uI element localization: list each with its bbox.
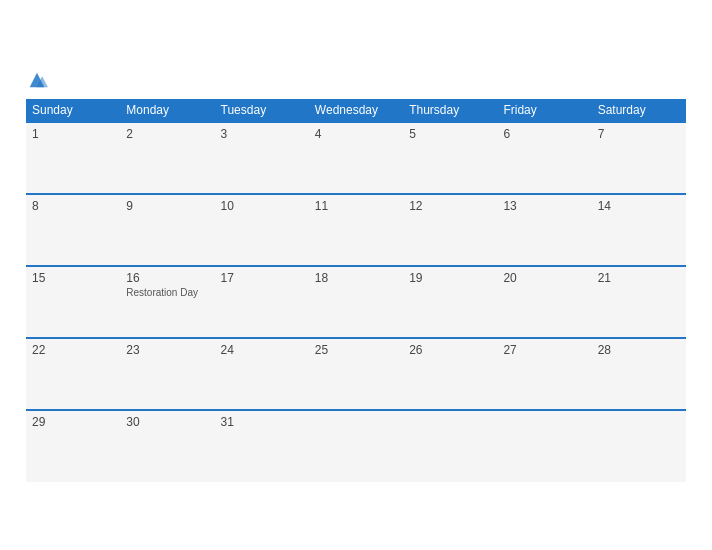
day-number: 1 (32, 127, 114, 141)
calendar-cell: 25 (309, 338, 403, 410)
day-number: 16 (126, 271, 208, 285)
day-number: 21 (598, 271, 680, 285)
calendar-cell: 9 (120, 194, 214, 266)
calendar-cell: 3 (215, 122, 309, 194)
calendar-cell: 28 (592, 338, 686, 410)
day-number: 8 (32, 199, 114, 213)
calendar-cell: 7 (592, 122, 686, 194)
calendar-cell: 24 (215, 338, 309, 410)
day-number: 2 (126, 127, 208, 141)
day-number: 27 (503, 343, 585, 357)
calendar-cell: 18 (309, 266, 403, 338)
day-number: 24 (221, 343, 303, 357)
day-number: 14 (598, 199, 680, 213)
day-number: 12 (409, 199, 491, 213)
calendar-cell: 10 (215, 194, 309, 266)
calendar-cell: 4 (309, 122, 403, 194)
calendar-cell: 17 (215, 266, 309, 338)
week-row-1: 1234567 (26, 122, 686, 194)
day-number: 30 (126, 415, 208, 429)
calendar-cell: 11 (309, 194, 403, 266)
calendar-cell: 19 (403, 266, 497, 338)
calendar-cell (403, 410, 497, 482)
calendar-cell: 23 (120, 338, 214, 410)
weekday-header-sunday: Sunday (26, 99, 120, 122)
calendar-cell: 27 (497, 338, 591, 410)
week-row-2: 891011121314 (26, 194, 686, 266)
day-number: 25 (315, 343, 397, 357)
calendar-cell: 21 (592, 266, 686, 338)
weekday-header-wednesday: Wednesday (309, 99, 403, 122)
day-number: 6 (503, 127, 585, 141)
calendar-cell: 13 (497, 194, 591, 266)
calendar-cell (497, 410, 591, 482)
weekday-header-thursday: Thursday (403, 99, 497, 122)
day-number: 7 (598, 127, 680, 141)
day-number: 22 (32, 343, 114, 357)
holiday-label: Restoration Day (126, 287, 208, 298)
calendar-thead: SundayMondayTuesdayWednesdayThursdayFrid… (26, 99, 686, 122)
calendar-cell: 6 (497, 122, 591, 194)
calendar-cell (309, 410, 403, 482)
calendar-cell: 26 (403, 338, 497, 410)
day-number: 23 (126, 343, 208, 357)
calendar-cell (592, 410, 686, 482)
logo (26, 69, 50, 91)
calendar-cell: 20 (497, 266, 591, 338)
day-number: 13 (503, 199, 585, 213)
day-number: 3 (221, 127, 303, 141)
calendar-cell: 29 (26, 410, 120, 482)
day-number: 26 (409, 343, 491, 357)
calendar-cell: 30 (120, 410, 214, 482)
day-number: 5 (409, 127, 491, 141)
week-row-4: 22232425262728 (26, 338, 686, 410)
logo-icon (26, 69, 48, 91)
calendar-table: SundayMondayTuesdayWednesdayThursdayFrid… (26, 99, 686, 482)
day-number: 28 (598, 343, 680, 357)
day-number: 18 (315, 271, 397, 285)
day-number: 31 (221, 415, 303, 429)
week-row-3: 1516Restoration Day1718192021 (26, 266, 686, 338)
calendar-cell: 31 (215, 410, 309, 482)
calendar-cell: 15 (26, 266, 120, 338)
calendar-cell: 22 (26, 338, 120, 410)
day-number: 19 (409, 271, 491, 285)
calendar-cell: 8 (26, 194, 120, 266)
calendar-cell: 16Restoration Day (120, 266, 214, 338)
day-number: 20 (503, 271, 585, 285)
calendar-cell: 2 (120, 122, 214, 194)
calendar-container: SundayMondayTuesdayWednesdayThursdayFrid… (11, 59, 701, 492)
weekday-header-row: SundayMondayTuesdayWednesdayThursdayFrid… (26, 99, 686, 122)
day-number: 17 (221, 271, 303, 285)
day-number: 11 (315, 199, 397, 213)
calendar-tbody: 12345678910111213141516Restoration Day17… (26, 122, 686, 482)
calendar-cell: 1 (26, 122, 120, 194)
day-number: 10 (221, 199, 303, 213)
calendar-cell: 14 (592, 194, 686, 266)
calendar-header (26, 69, 686, 91)
day-number: 4 (315, 127, 397, 141)
weekday-header-friday: Friday (497, 99, 591, 122)
week-row-5: 293031 (26, 410, 686, 482)
weekday-header-saturday: Saturday (592, 99, 686, 122)
calendar-cell: 12 (403, 194, 497, 266)
day-number: 9 (126, 199, 208, 213)
day-number: 29 (32, 415, 114, 429)
weekday-header-tuesday: Tuesday (215, 99, 309, 122)
weekday-header-monday: Monday (120, 99, 214, 122)
day-number: 15 (32, 271, 114, 285)
calendar-cell: 5 (403, 122, 497, 194)
